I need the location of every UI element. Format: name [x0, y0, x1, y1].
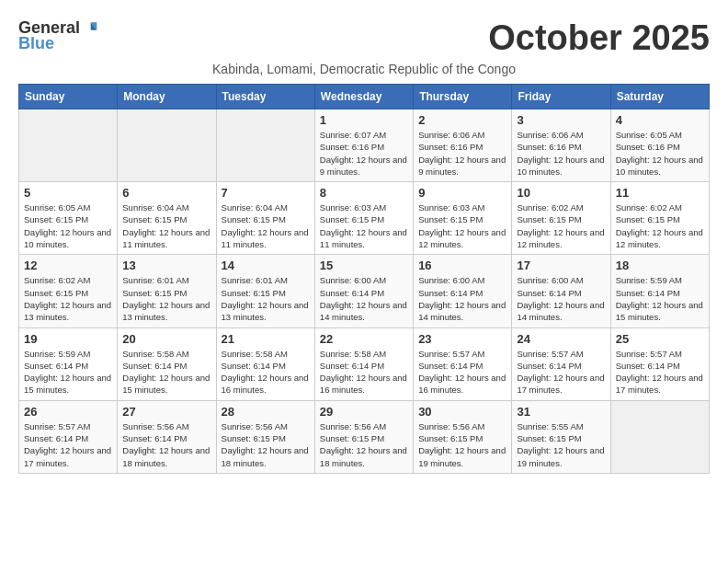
day-info: Sunrise: 6:03 AM Sunset: 6:15 PM Dayligh…	[320, 201, 408, 250]
day-number: 25	[616, 332, 704, 346]
day-cell	[610, 400, 709, 473]
day-cell: 2Sunrise: 6:06 AM Sunset: 6:16 PM Daylig…	[414, 109, 512, 182]
day-number: 11	[616, 186, 704, 200]
day-cell: 28Sunrise: 5:56 AM Sunset: 6:15 PM Dayli…	[216, 400, 314, 473]
day-number: 18	[616, 259, 704, 272]
day-cell: 25Sunrise: 5:57 AM Sunset: 6:14 PM Dayli…	[610, 327, 709, 400]
day-number: 12	[24, 259, 112, 272]
day-info: Sunrise: 6:00 AM Sunset: 6:14 PM Dayligh…	[517, 274, 605, 323]
weekday-header-saturday: Saturday	[610, 85, 709, 109]
day-cell: 8Sunrise: 6:03 AM Sunset: 6:15 PM Daylig…	[314, 182, 413, 255]
day-number: 4	[616, 113, 704, 127]
day-cell	[118, 109, 216, 182]
day-info: Sunrise: 5:56 AM Sunset: 6:15 PM Dayligh…	[320, 420, 408, 469]
day-number: 22	[320, 332, 408, 346]
logo-blue-text: Blue	[18, 34, 54, 53]
day-number: 17	[517, 259, 605, 272]
day-cell: 21Sunrise: 5:58 AM Sunset: 6:14 PM Dayli…	[216, 327, 314, 400]
weekday-header-sunday: Sunday	[19, 85, 118, 109]
day-info: Sunrise: 5:57 AM Sunset: 6:14 PM Dayligh…	[418, 348, 506, 396]
day-cell: 9Sunrise: 6:03 AM Sunset: 6:15 PM Daylig…	[414, 182, 512, 255]
day-cell: 19Sunrise: 5:59 AM Sunset: 6:14 PM Dayli…	[19, 327, 118, 400]
day-info: Sunrise: 6:04 AM Sunset: 6:15 PM Dayligh…	[222, 201, 310, 250]
day-info: Sunrise: 5:57 AM Sunset: 6:14 PM Dayligh…	[517, 348, 605, 396]
day-cell: 17Sunrise: 6:00 AM Sunset: 6:14 PM Dayli…	[512, 255, 610, 327]
day-number: 3	[517, 113, 605, 127]
day-info: Sunrise: 6:04 AM Sunset: 6:15 PM Dayligh…	[122, 201, 210, 250]
day-number: 19	[24, 332, 112, 346]
day-info: Sunrise: 6:01 AM Sunset: 6:15 PM Dayligh…	[222, 274, 310, 323]
day-number: 28	[222, 405, 310, 419]
day-info: Sunrise: 6:00 AM Sunset: 6:14 PM Dayligh…	[418, 274, 506, 323]
day-info: Sunrise: 6:01 AM Sunset: 6:15 PM Dayligh…	[122, 274, 210, 323]
day-number: 24	[517, 332, 605, 346]
weekday-header-monday: Monday	[118, 85, 216, 109]
day-number: 29	[320, 405, 408, 419]
day-number: 5	[24, 186, 112, 200]
week-row-5: 26Sunrise: 5:57 AM Sunset: 6:14 PM Dayli…	[19, 400, 710, 473]
day-cell: 3Sunrise: 6:06 AM Sunset: 6:16 PM Daylig…	[512, 109, 610, 182]
day-info: Sunrise: 5:56 AM Sunset: 6:15 PM Dayligh…	[222, 420, 310, 469]
day-number: 6	[122, 186, 210, 200]
weekday-header-friday: Friday	[512, 85, 610, 109]
logo-icon	[80, 19, 98, 38]
day-info: Sunrise: 5:58 AM Sunset: 6:14 PM Dayligh…	[122, 348, 210, 396]
day-cell: 30Sunrise: 5:56 AM Sunset: 6:15 PM Dayli…	[414, 400, 512, 473]
day-cell	[19, 109, 118, 182]
day-number: 1	[320, 113, 408, 127]
day-cell: 29Sunrise: 5:56 AM Sunset: 6:15 PM Dayli…	[314, 400, 413, 473]
day-cell: 12Sunrise: 6:02 AM Sunset: 6:15 PM Dayli…	[19, 255, 118, 327]
subtitle: Kabinda, Lomami, Democratic Republic of …	[18, 62, 710, 76]
day-info: Sunrise: 6:07 AM Sunset: 6:16 PM Dayligh…	[320, 129, 408, 178]
day-info: Sunrise: 6:02 AM Sunset: 6:15 PM Dayligh…	[517, 201, 605, 250]
day-cell: 1Sunrise: 6:07 AM Sunset: 6:16 PM Daylig…	[314, 109, 413, 182]
day-cell: 5Sunrise: 6:05 AM Sunset: 6:15 PM Daylig…	[19, 182, 118, 255]
day-info: Sunrise: 6:06 AM Sunset: 6:16 PM Dayligh…	[517, 129, 605, 178]
day-info: Sunrise: 5:58 AM Sunset: 6:14 PM Dayligh…	[320, 348, 408, 396]
day-number: 16	[418, 259, 506, 272]
day-info: Sunrise: 6:06 AM Sunset: 6:16 PM Dayligh…	[418, 129, 506, 178]
week-row-2: 5Sunrise: 6:05 AM Sunset: 6:15 PM Daylig…	[19, 182, 710, 255]
weekday-header-thursday: Thursday	[414, 85, 512, 109]
calendar-table: SundayMondayTuesdayWednesdayThursdayFrid…	[18, 84, 710, 474]
day-info: Sunrise: 5:59 AM Sunset: 6:14 PM Dayligh…	[24, 348, 112, 396]
day-number: 2	[418, 113, 506, 127]
day-number: 8	[320, 186, 408, 200]
day-cell: 16Sunrise: 6:00 AM Sunset: 6:14 PM Dayli…	[414, 255, 512, 327]
day-cell: 13Sunrise: 6:01 AM Sunset: 6:15 PM Dayli…	[118, 255, 216, 327]
day-info: Sunrise: 5:55 AM Sunset: 6:15 PM Dayligh…	[517, 420, 605, 469]
week-row-4: 19Sunrise: 5:59 AM Sunset: 6:14 PM Dayli…	[19, 327, 710, 400]
day-number: 7	[222, 186, 310, 200]
page-header: General Blue October 2025	[18, 18, 710, 58]
day-cell: 18Sunrise: 5:59 AM Sunset: 6:14 PM Dayli…	[610, 255, 709, 327]
day-info: Sunrise: 6:05 AM Sunset: 6:15 PM Dayligh…	[24, 201, 112, 250]
day-number: 30	[418, 405, 506, 419]
day-info: Sunrise: 5:57 AM Sunset: 6:14 PM Dayligh…	[616, 348, 704, 396]
day-number: 31	[517, 405, 605, 419]
day-info: Sunrise: 5:57 AM Sunset: 6:14 PM Dayligh…	[24, 420, 112, 469]
day-info: Sunrise: 5:58 AM Sunset: 6:14 PM Dayligh…	[222, 348, 310, 396]
month-title: October 2025	[488, 18, 710, 58]
day-cell: 24Sunrise: 5:57 AM Sunset: 6:14 PM Dayli…	[512, 327, 610, 400]
day-number: 20	[122, 332, 210, 346]
day-info: Sunrise: 6:00 AM Sunset: 6:14 PM Dayligh…	[320, 274, 408, 323]
day-info: Sunrise: 5:56 AM Sunset: 6:15 PM Dayligh…	[418, 420, 506, 469]
day-info: Sunrise: 6:03 AM Sunset: 6:15 PM Dayligh…	[418, 201, 506, 250]
day-number: 27	[122, 405, 210, 419]
logo: General Blue	[18, 18, 98, 53]
weekday-header-wednesday: Wednesday	[314, 85, 413, 109]
day-number: 14	[222, 259, 310, 272]
day-number: 10	[517, 186, 605, 200]
day-cell: 6Sunrise: 6:04 AM Sunset: 6:15 PM Daylig…	[118, 182, 216, 255]
day-info: Sunrise: 6:02 AM Sunset: 6:15 PM Dayligh…	[616, 201, 704, 250]
day-info: Sunrise: 5:59 AM Sunset: 6:14 PM Dayligh…	[616, 274, 704, 323]
day-cell: 14Sunrise: 6:01 AM Sunset: 6:15 PM Dayli…	[216, 255, 314, 327]
day-number: 23	[418, 332, 506, 346]
day-info: Sunrise: 6:02 AM Sunset: 6:15 PM Dayligh…	[24, 274, 112, 323]
day-cell: 26Sunrise: 5:57 AM Sunset: 6:14 PM Dayli…	[19, 400, 118, 473]
day-cell: 27Sunrise: 5:56 AM Sunset: 6:14 PM Dayli…	[118, 400, 216, 473]
week-row-3: 12Sunrise: 6:02 AM Sunset: 6:15 PM Dayli…	[19, 255, 710, 327]
day-cell: 4Sunrise: 6:05 AM Sunset: 6:16 PM Daylig…	[610, 109, 709, 182]
day-info: Sunrise: 6:05 AM Sunset: 6:16 PM Dayligh…	[616, 129, 704, 178]
day-cell: 11Sunrise: 6:02 AM Sunset: 6:15 PM Dayli…	[610, 182, 709, 255]
